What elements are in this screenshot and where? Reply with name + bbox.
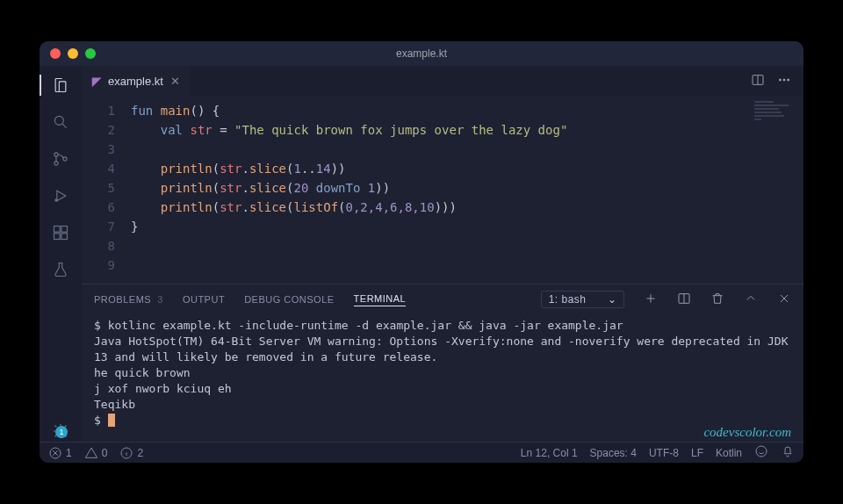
svg-rect-8 [61,227,68,233]
titlebar: example.kt [40,41,803,66]
svg-point-3 [63,157,67,161]
tab-terminal[interactable]: TERMINAL [354,293,407,306]
svg-rect-7 [61,234,68,240]
search-icon[interactable] [50,112,71,133]
tab-output[interactable]: OUTPUT [183,294,225,305]
traffic-lights [50,48,96,59]
svg-point-11 [779,79,781,81]
svg-point-12 [783,79,785,81]
svg-point-17 [756,446,767,457]
vscode-window: example.kt 1 ◤ example.kt ✕ [40,41,803,463]
svg-rect-5 [54,227,61,233]
minimize-window-button[interactable] [68,48,78,59]
svg-point-2 [54,162,58,165]
settings-badge: 1 [55,426,68,438]
run-debug-icon[interactable] [50,185,71,206]
status-eol[interactable]: LF [691,447,703,459]
svg-point-13 [788,79,789,81]
activity-bar: 1 [40,66,82,442]
panel-tabs: PROBLEMS 3 OUTPUT DEBUG CONSOLE TERMINAL… [82,284,803,314]
svg-point-4 [54,198,57,201]
zoom-window-button[interactable] [85,48,96,59]
extensions-icon[interactable] [50,222,71,243]
terminal-output[interactable]: $ kotlinc example.kt -include-runtime -d… [82,314,803,442]
tab-bar: ◤ example.kt ✕ [82,66,803,96]
status-bar: 1 0 2 Ln 12, Col 1 Spaces: 4 UTF-8 LF Ko… [40,442,803,463]
status-language[interactable]: Kotlin [716,447,742,459]
status-errors[interactable]: 1 [48,446,72,460]
watermark: codevscolor.com [703,424,791,440]
tab-label: example.kt [108,75,163,88]
status-indent[interactable]: Spaces: 4 [590,447,637,459]
kotlin-file-icon: ◤ [92,75,101,88]
line-gutter: 123 456 789 [82,96,131,284]
status-warnings[interactable]: 0 [84,446,108,460]
close-panel-icon[interactable] [777,292,791,307]
close-window-button[interactable] [50,48,61,59]
svg-point-1 [54,153,58,156]
tab-problems[interactable]: PROBLEMS 3 [94,294,163,305]
source-control-icon[interactable] [50,148,71,169]
split-terminal-icon[interactable] [677,292,691,307]
code-content[interactable]: fun main() { val str = "The quick brown … [131,96,803,284]
feedback-icon[interactable] [754,444,768,461]
tab-debug-console[interactable]: DEBUG CONSOLE [244,294,334,305]
notifications-icon[interactable] [781,444,795,461]
kill-terminal-icon[interactable] [710,292,724,307]
editor-group: ◤ example.kt ✕ 123 456 789 fun main() { … [82,66,803,442]
window-title: example.kt [396,47,447,60]
workbench: 1 ◤ example.kt ✕ 123 456 [40,66,803,442]
bottom-panel: PROBLEMS 3 OUTPUT DEBUG CONSOLE TERMINAL… [82,284,803,442]
maximize-panel-icon[interactable] [744,292,758,307]
status-infos[interactable]: 2 [119,446,143,460]
terminal-cursor [108,414,115,427]
code-editor[interactable]: 123 456 789 fun main() { val str = "The … [82,96,803,284]
status-cursor-position[interactable]: Ln 12, Col 1 [521,447,578,459]
explorer-icon[interactable] [50,75,71,96]
chevron-down-icon: ⌄ [608,293,617,306]
testing-icon[interactable] [50,259,71,280]
status-encoding[interactable]: UTF-8 [649,447,679,459]
terminal-selector[interactable]: 1: bash⌄ [541,291,624,308]
settings-gear-icon[interactable]: 1 [50,421,71,442]
svg-rect-6 [54,234,61,240]
more-actions-icon[interactable] [777,73,791,90]
close-tab-icon[interactable]: ✕ [170,75,180,88]
tab-example-kt[interactable]: ◤ example.kt ✕ [82,66,191,96]
split-editor-icon[interactable] [751,73,765,90]
svg-point-0 [54,116,63,125]
new-terminal-icon[interactable] [644,292,658,307]
minimap[interactable] [754,101,803,136]
